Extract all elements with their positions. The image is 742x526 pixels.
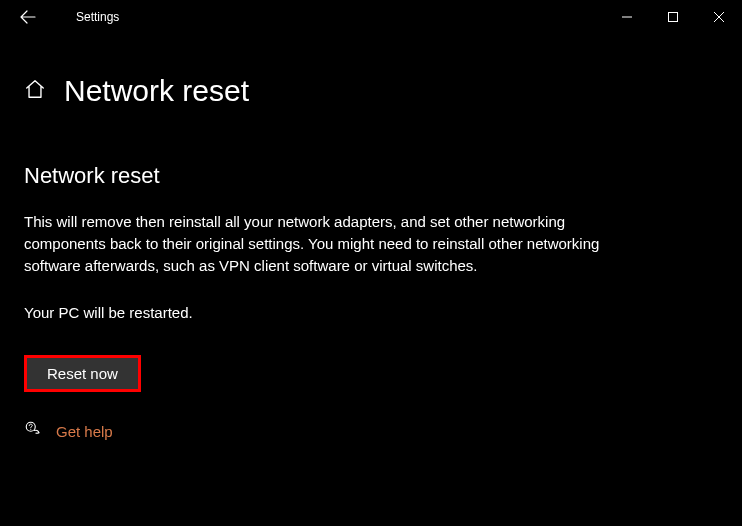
get-help-link[interactable]: Get help	[56, 423, 113, 440]
section-title: Network reset	[24, 163, 718, 189]
close-icon	[714, 12, 724, 22]
help-row: Get help	[24, 420, 718, 442]
page-header: Network reset	[24, 74, 718, 108]
maximize-button[interactable]	[650, 0, 696, 34]
home-icon	[24, 78, 46, 104]
svg-point-5	[30, 429, 31, 430]
content-area: Network reset Network reset This will re…	[0, 34, 742, 442]
reset-now-button[interactable]: Reset now	[24, 355, 141, 392]
description-text: This will remove then reinstall all your…	[24, 211, 604, 276]
back-button[interactable]	[8, 0, 48, 34]
close-button[interactable]	[696, 0, 742, 34]
restart-notice: Your PC will be restarted.	[24, 304, 718, 321]
svg-rect-1	[669, 13, 678, 22]
window-title: Settings	[76, 10, 119, 24]
maximize-icon	[668, 12, 678, 22]
help-icon	[24, 420, 42, 442]
minimize-button[interactable]	[604, 0, 650, 34]
page-title: Network reset	[64, 74, 249, 108]
back-arrow-icon	[20, 9, 36, 25]
window-controls	[604, 0, 742, 34]
minimize-icon	[622, 12, 632, 22]
titlebar: Settings	[0, 0, 742, 34]
